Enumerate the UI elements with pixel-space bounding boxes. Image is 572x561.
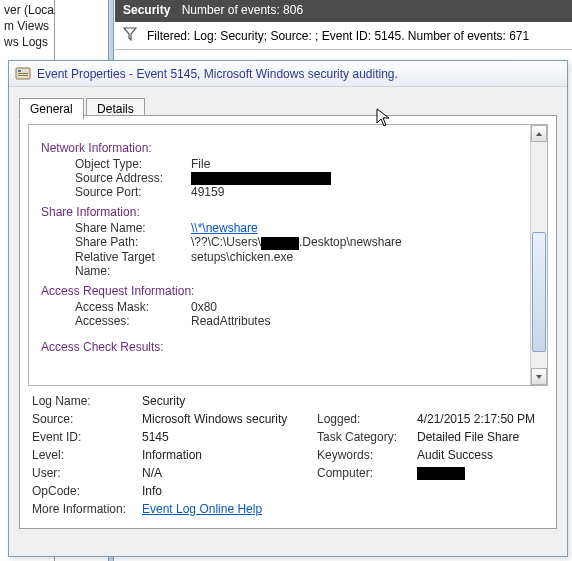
event-description-content[interactable]: Network Information: Object Type:File So… [29,125,547,385]
tree-item[interactable]: ws Logs [4,34,50,50]
link-share-name[interactable]: \\*\newshare [191,221,258,235]
label-keywords: Keywords: [317,448,417,462]
redacted-block [261,237,299,250]
redacted-block [417,467,465,480]
label-event-id: Event ID: [32,430,142,444]
label-accesses: Accesses: [41,314,191,328]
tab-general[interactable]: General [19,98,84,120]
filter-text: Filtered: Log: Security; Source: ; Event… [147,29,529,43]
share-path-post: .Desktop\newshare [299,235,402,249]
value-event-id: 5145 [142,430,317,444]
value-accesses: ReadAttributes [191,314,535,328]
label-source-address: Source Address: [41,171,191,185]
label-relative-target: Relative Target Name: [41,250,191,278]
tab-page-general: Network Information: Object Type:File So… [19,115,557,529]
label-share-path: Share Path: [41,235,191,249]
value-logged: 4/21/2015 2:17:50 PM [417,412,544,426]
dialog-title-text: Event Properties - Event 5145, Microsoft… [37,67,398,81]
label-log-name: Log Name: [32,394,142,408]
redacted-block [191,172,331,185]
value-relative-target: setups\chicken.exe [191,250,535,278]
label-source-port: Source Port: [41,185,191,199]
link-online-help[interactable]: Event Log Online Help [142,502,262,516]
label-task-category: Task Category: [317,430,417,444]
scroll-down-button[interactable] [531,368,547,385]
value-object-type: File [191,157,535,171]
event-metadata: Log Name: Security Source: Microsoft Win… [28,386,548,516]
svg-rect-1 [18,70,21,72]
label-more-info: More Information: [32,502,142,516]
section-share-info: Share Information: [41,205,535,219]
section-network-info: Network Information: [41,141,535,155]
scroll-up-button[interactable] [531,125,547,142]
header-title: Security [123,3,170,17]
section-access-request: Access Request Information: [41,284,535,298]
scroll-track[interactable] [531,142,547,368]
section-access-check: Access Check Results: [41,340,535,354]
label-share-name: Share Name: [41,221,191,235]
value-computer [417,466,544,480]
header-events-count: 806 [283,3,303,17]
svg-rect-3 [18,75,28,76]
dialog-titlebar[interactable]: Event Properties - Event 5145, Microsoft… [9,61,567,87]
value-user: N/A [142,466,317,480]
label-source: Source: [32,412,142,426]
label-computer: Computer: [317,466,417,480]
value-keywords: Audit Success [417,448,544,462]
value-access-mask: 0x80 [191,300,535,314]
filter-icon [123,27,137,44]
label-level: Level: [32,448,142,462]
tree-item[interactable]: ver (Local) [4,2,50,18]
value-share-path: \??\C:\Users\.Desktop\newshare [191,235,535,249]
label-logged: Logged: [317,412,417,426]
value-level: Information [142,448,317,462]
scroll-thumb[interactable] [532,232,546,352]
svg-rect-2 [18,73,28,74]
event-description-panel: Network Information: Object Type:File So… [28,124,548,386]
value-log-name: Security [142,394,317,408]
value-source: Microsoft Windows security [142,412,317,426]
filter-bar: Filtered: Log: Security; Source: ; Event… [115,22,572,50]
event-properties-dialog: Event Properties - Event 5145, Microsoft… [8,60,568,557]
scrollbar-vertical[interactable] [530,125,547,385]
content-header: Security Number of events: 806 [115,0,572,22]
tabstrip: General Details [9,87,567,115]
value-task-category: Detailed File Share [417,430,544,444]
label-opcode: OpCode: [32,484,142,498]
tree-item[interactable]: m Views [4,18,50,34]
label-user: User: [32,466,142,480]
header-events-label: Number of events: [182,3,280,17]
label-access-mask: Access Mask: [41,300,191,314]
event-viewer-icon [15,66,31,82]
share-path-pre: \??\C:\Users\ [191,235,261,249]
label-object-type: Object Type: [41,157,191,171]
value-source-address [191,171,535,185]
value-source-port: 49159 [191,185,535,199]
value-opcode: Info [142,484,317,498]
